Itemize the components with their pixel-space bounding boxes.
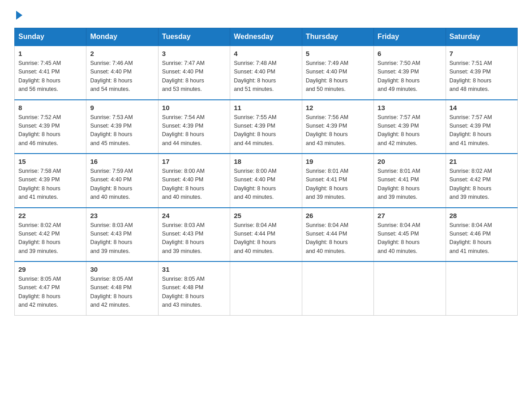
day-number: 25: [234, 212, 298, 219]
calendar-cell: 29Sunrise: 8:05 AMSunset: 4:47 PMDayligh…: [15, 261, 86, 315]
calendar-cell: 14Sunrise: 7:57 AMSunset: 4:39 PMDayligh…: [446, 100, 517, 154]
day-number: 19: [306, 158, 370, 165]
weekday-wednesday: Wednesday: [230, 28, 302, 46]
weekday-tuesday: Tuesday: [158, 28, 230, 46]
day-number: 1: [18, 50, 82, 57]
day-info: Sunrise: 8:04 AMSunset: 4:45 PMDaylight:…: [378, 221, 442, 256]
calendar-cell: 12Sunrise: 7:56 AMSunset: 4:39 PMDayligh…: [302, 100, 373, 154]
calendar-cell: 7Sunrise: 7:51 AMSunset: 4:39 PMDaylight…: [446, 46, 517, 100]
day-number: 26: [306, 212, 370, 219]
calendar-cell: 16Sunrise: 7:59 AMSunset: 4:40 PMDayligh…: [86, 154, 158, 208]
calendar-cell: 22Sunrise: 8:02 AMSunset: 4:42 PMDayligh…: [15, 208, 86, 262]
logo: [14, 11, 22, 19]
day-info: Sunrise: 8:01 AMSunset: 4:41 PMDaylight:…: [378, 167, 442, 202]
week-row-2: 8Sunrise: 7:52 AMSunset: 4:39 PMDaylight…: [15, 100, 518, 154]
calendar-cell: [446, 261, 517, 315]
day-info: Sunrise: 8:00 AMSunset: 4:40 PMDaylight:…: [162, 167, 226, 202]
day-info: Sunrise: 7:53 AMSunset: 4:39 PMDaylight:…: [90, 113, 154, 148]
calendar-cell: 10Sunrise: 7:54 AMSunset: 4:39 PMDayligh…: [158, 100, 230, 154]
calendar-cell: 13Sunrise: 7:57 AMSunset: 4:39 PMDayligh…: [374, 100, 446, 154]
day-number: 18: [234, 158, 298, 165]
day-number: 23: [90, 212, 154, 219]
calendar-cell: 6Sunrise: 7:50 AMSunset: 4:39 PMDaylight…: [374, 46, 446, 100]
calendar-cell: 5Sunrise: 7:49 AMSunset: 4:40 PMDaylight…: [302, 46, 373, 100]
logo-arrow-icon: [16, 11, 22, 20]
weekday-thursday: Thursday: [302, 28, 373, 46]
calendar-cell: 24Sunrise: 8:03 AMSunset: 4:43 PMDayligh…: [158, 208, 230, 262]
weekday-friday: Friday: [374, 28, 446, 46]
day-info: Sunrise: 8:05 AMSunset: 4:47 PMDaylight:…: [18, 275, 82, 310]
day-info: Sunrise: 7:51 AMSunset: 4:39 PMDaylight:…: [450, 59, 514, 94]
day-info: Sunrise: 7:58 AMSunset: 4:39 PMDaylight:…: [18, 167, 82, 202]
day-number: 28: [450, 212, 514, 219]
day-number: 12: [306, 104, 370, 111]
day-info: Sunrise: 7:48 AMSunset: 4:40 PMDaylight:…: [234, 59, 298, 94]
calendar-cell: 21Sunrise: 8:02 AMSunset: 4:42 PMDayligh…: [446, 154, 517, 208]
calendar-cell: 25Sunrise: 8:04 AMSunset: 4:44 PMDayligh…: [230, 208, 302, 262]
calendar-cell: 19Sunrise: 8:01 AMSunset: 4:41 PMDayligh…: [302, 154, 373, 208]
day-number: 4: [234, 50, 298, 57]
day-number: 17: [162, 158, 226, 165]
week-row-5: 29Sunrise: 8:05 AMSunset: 4:47 PMDayligh…: [15, 261, 518, 315]
day-number: 16: [90, 158, 154, 165]
day-number: 11: [234, 104, 298, 111]
calendar-cell: 17Sunrise: 8:00 AMSunset: 4:40 PMDayligh…: [158, 154, 230, 208]
day-number: 2: [90, 50, 154, 57]
day-number: 27: [378, 212, 442, 219]
day-info: Sunrise: 7:55 AMSunset: 4:39 PMDaylight:…: [234, 113, 298, 148]
day-info: Sunrise: 8:02 AMSunset: 4:42 PMDaylight:…: [18, 221, 82, 256]
weekday-monday: Monday: [86, 28, 158, 46]
calendar-cell: [230, 261, 302, 315]
day-number: 29: [18, 265, 82, 273]
day-info: Sunrise: 7:57 AMSunset: 4:39 PMDaylight:…: [378, 113, 442, 148]
calendar-cell: 26Sunrise: 8:04 AMSunset: 4:44 PMDayligh…: [302, 208, 373, 262]
day-number: 15: [18, 158, 82, 165]
day-number: 14: [450, 104, 514, 111]
day-info: Sunrise: 7:45 AMSunset: 4:41 PMDaylight:…: [18, 59, 82, 94]
calendar-cell: 4Sunrise: 7:48 AMSunset: 4:40 PMDaylight…: [230, 46, 302, 100]
day-info: Sunrise: 8:00 AMSunset: 4:40 PMDaylight:…: [234, 167, 298, 202]
day-number: 9: [90, 104, 154, 111]
calendar-table: SundayMondayTuesdayWednesdayThursdayFrid…: [14, 28, 518, 316]
week-row-1: 1Sunrise: 7:45 AMSunset: 4:41 PMDaylight…: [15, 46, 518, 100]
day-info: Sunrise: 7:49 AMSunset: 4:40 PMDaylight:…: [306, 59, 370, 94]
calendar-cell: 18Sunrise: 8:00 AMSunset: 4:40 PMDayligh…: [230, 154, 302, 208]
calendar-cell: 9Sunrise: 7:53 AMSunset: 4:39 PMDaylight…: [86, 100, 158, 154]
week-row-3: 15Sunrise: 7:58 AMSunset: 4:39 PMDayligh…: [15, 154, 518, 208]
day-info: Sunrise: 8:03 AMSunset: 4:43 PMDaylight:…: [90, 221, 154, 256]
day-number: 5: [306, 50, 370, 57]
calendar-cell: 1Sunrise: 7:45 AMSunset: 4:41 PMDaylight…: [15, 46, 86, 100]
day-info: Sunrise: 7:59 AMSunset: 4:40 PMDaylight:…: [90, 167, 154, 202]
day-number: 24: [162, 212, 226, 219]
day-info: Sunrise: 7:56 AMSunset: 4:39 PMDaylight:…: [306, 113, 370, 148]
calendar-cell: [374, 261, 446, 315]
day-number: 8: [18, 104, 82, 111]
calendar-body: 1Sunrise: 7:45 AMSunset: 4:41 PMDaylight…: [15, 46, 518, 315]
day-number: 6: [378, 50, 442, 57]
day-info: Sunrise: 8:05 AMSunset: 4:48 PMDaylight:…: [162, 275, 226, 310]
calendar-cell: 28Sunrise: 8:04 AMSunset: 4:46 PMDayligh…: [446, 208, 517, 262]
day-number: 10: [162, 104, 226, 111]
day-info: Sunrise: 7:57 AMSunset: 4:39 PMDaylight:…: [450, 113, 514, 148]
day-info: Sunrise: 8:01 AMSunset: 4:41 PMDaylight:…: [306, 167, 370, 202]
weekday-row: SundayMondayTuesdayWednesdayThursdayFrid…: [15, 28, 518, 46]
day-info: Sunrise: 7:50 AMSunset: 4:39 PMDaylight:…: [378, 59, 442, 94]
day-number: 3: [162, 50, 226, 57]
day-number: 7: [450, 50, 514, 57]
day-info: Sunrise: 7:46 AMSunset: 4:40 PMDaylight:…: [90, 59, 154, 94]
day-number: 31: [162, 265, 226, 273]
calendar-cell: [302, 261, 373, 315]
calendar-cell: 3Sunrise: 7:47 AMSunset: 4:40 PMDaylight…: [158, 46, 230, 100]
day-info: Sunrise: 8:03 AMSunset: 4:43 PMDaylight:…: [162, 221, 226, 256]
calendar-cell: 27Sunrise: 8:04 AMSunset: 4:45 PMDayligh…: [374, 208, 446, 262]
day-number: 22: [18, 212, 82, 219]
day-number: 30: [90, 265, 154, 273]
day-info: Sunrise: 8:04 AMSunset: 4:44 PMDaylight:…: [234, 221, 298, 256]
day-info: Sunrise: 7:54 AMSunset: 4:39 PMDaylight:…: [162, 113, 226, 148]
day-number: 21: [450, 158, 514, 165]
logo-general: [14, 11, 22, 21]
day-info: Sunrise: 8:02 AMSunset: 4:42 PMDaylight:…: [450, 167, 514, 202]
day-info: Sunrise: 7:52 AMSunset: 4:39 PMDaylight:…: [18, 113, 82, 148]
day-info: Sunrise: 8:04 AMSunset: 4:44 PMDaylight:…: [306, 221, 370, 256]
calendar-cell: 8Sunrise: 7:52 AMSunset: 4:39 PMDaylight…: [15, 100, 86, 154]
